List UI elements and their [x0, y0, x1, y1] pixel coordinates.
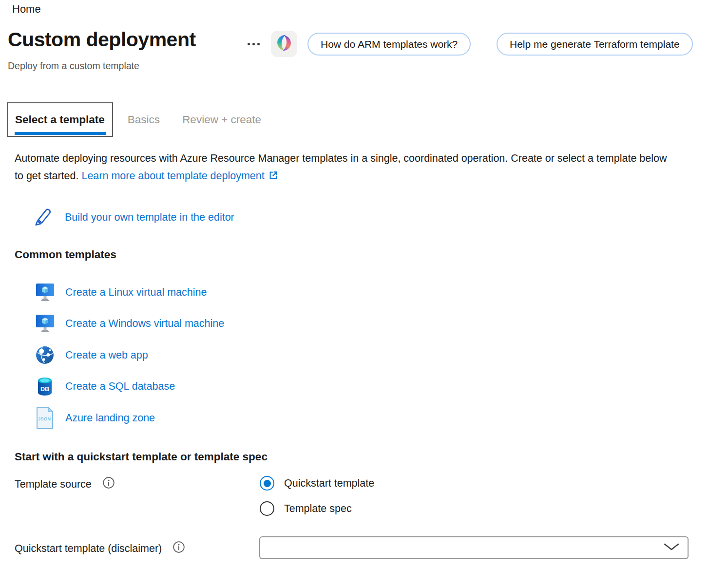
ellipsis-icon	[248, 43, 250, 45]
template-link-azure-landing-zone[interactable]: JSON Azure landing zone	[35, 402, 224, 434]
quickstart-section-heading: Start with a quickstart template or temp…	[15, 451, 268, 463]
pencil-icon	[32, 206, 54, 229]
json-file-icon: JSON	[35, 407, 55, 429]
template-link-sql-database[interactable]: DB Create a SQL database	[35, 371, 224, 403]
template-link-windows-vm[interactable]: Create a Windows virtual machine	[35, 308, 224, 340]
chevron-down-icon	[663, 543, 680, 553]
virtual-machine-icon	[35, 283, 55, 303]
tab-bar: Select a template Basics Review + create	[7, 102, 268, 137]
template-source-radio-group: Quickstart template Template spec	[260, 471, 374, 521]
radio-template-spec[interactable]: Template spec	[260, 496, 374, 521]
page-title: Custom deployment	[8, 28, 196, 51]
template-link-web-app[interactable]: Create a web app	[35, 340, 224, 371]
page-subtitle: Deploy from a custom template	[8, 60, 139, 72]
copilot-icon	[275, 34, 293, 54]
quickstart-template-dropdown[interactable]	[259, 536, 689, 559]
svg-text:DB: DB	[40, 386, 49, 393]
virtual-machine-icon	[35, 314, 55, 334]
quickstart-disclaimer-label: Quickstart template (disclaimer)	[15, 543, 162, 555]
quickstart-disclaimer-label-row: Quickstart template (disclaimer)	[15, 541, 185, 556]
common-templates-list: Create a Linux virtual machine Create a …	[35, 277, 224, 434]
breadcrumb-home[interactable]: Home	[12, 3, 41, 16]
tab-review-create[interactable]: Review + create	[175, 102, 268, 137]
radio-selected-icon	[260, 476, 274, 491]
arm-templates-help-button[interactable]: How do ARM templates work?	[307, 33, 471, 56]
info-icon[interactable]	[102, 476, 115, 492]
intro-paragraph: Automate deploying resources with Azure …	[15, 150, 673, 186]
svg-text:JSON: JSON	[38, 417, 51, 421]
external-link-icon	[268, 169, 279, 187]
radio-unselected-icon	[260, 501, 274, 516]
common-templates-heading: Common templates	[15, 248, 116, 261]
template-source-label-row: Template source	[15, 476, 115, 492]
tab-basics[interactable]: Basics	[121, 102, 167, 137]
radio-quickstart-template[interactable]: Quickstart template	[260, 471, 374, 496]
active-tab-indicator	[15, 132, 106, 135]
tab-select-a-template[interactable]: Select a template	[7, 102, 113, 137]
sql-database-icon: DB	[35, 377, 55, 397]
copilot-button[interactable]	[271, 31, 297, 57]
template-source-label: Template source	[15, 478, 92, 491]
terraform-help-button[interactable]: Help me generate Terraform template	[497, 33, 693, 56]
info-icon[interactable]	[172, 541, 185, 556]
build-own-template-label: Build your own template in the editor	[65, 211, 234, 224]
web-app-icon	[35, 346, 55, 364]
more-menu-button[interactable]	[244, 37, 263, 51]
build-own-template-link[interactable]: Build your own template in the editor	[32, 206, 234, 229]
template-link-linux-vm[interactable]: Create a Linux virtual machine	[35, 277, 224, 308]
learn-more-link[interactable]: Learn more about template deployment	[81, 170, 278, 182]
